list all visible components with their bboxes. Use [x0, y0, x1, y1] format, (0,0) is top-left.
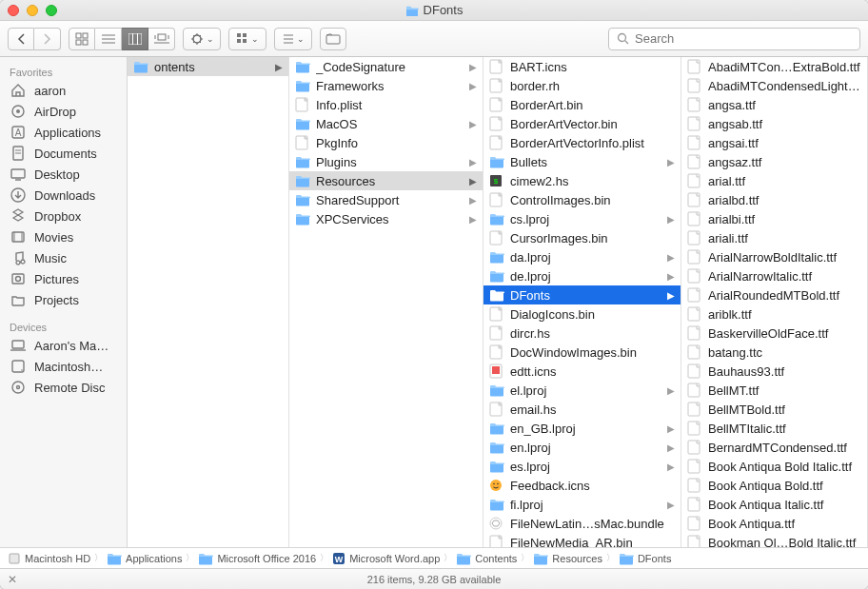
- sidebar-item-dropbox[interactable]: Dropbox: [0, 206, 127, 226]
- file-item[interactable]: Frameworks▶: [289, 76, 483, 95]
- tags-button[interactable]: [320, 28, 346, 50]
- file-item[interactable]: FileNewLatin…sMac.bundle: [483, 514, 681, 533]
- file-item[interactable]: CursorImages.bin: [483, 228, 681, 247]
- file-item[interactable]: fi.lproj▶: [483, 495, 681, 514]
- file-item[interactable]: BorderArt.bin: [483, 95, 681, 114]
- file-item[interactable]: Book Antiqua Italic.ttf: [681, 495, 867, 514]
- file-item[interactable]: AbadiMTCondensedLight.ttf: [681, 76, 867, 95]
- file-item[interactable]: SharedSupport▶: [289, 190, 483, 209]
- file-item[interactable]: angsaz.ttf: [681, 152, 867, 171]
- path-segment[interactable]: Resources: [533, 552, 602, 565]
- file-item[interactable]: ArialRoundedMTBold.ttf: [681, 285, 867, 304]
- column-3[interactable]: AbadiMTCon…ExtraBold.ttfAbadiMTCondensed…: [681, 57, 868, 547]
- file-item[interactable]: FileNewMedia_AR.bin: [483, 533, 681, 547]
- path-segment[interactable]: DFonts: [619, 552, 671, 565]
- share-button[interactable]: ⌄: [274, 28, 312, 50]
- file-item[interactable]: angsab.ttf: [681, 114, 867, 133]
- file-item[interactable]: ArialNarrowBoldItalic.ttf: [681, 247, 867, 266]
- file-item[interactable]: BernardMTCondensed.ttf: [681, 438, 867, 457]
- sidebar-item-downloads[interactable]: Downloads: [0, 185, 127, 206]
- file-item[interactable]: angsai.ttf: [681, 133, 867, 152]
- arrange-button[interactable]: ⌄: [228, 28, 266, 50]
- file-item[interactable]: Feedback.icns: [483, 476, 681, 495]
- sidebar-device-remote-disc[interactable]: Remote Disc: [0, 377, 127, 398]
- sidebar-item-movies[interactable]: Movies: [0, 226, 127, 247]
- file-item[interactable]: arialbd.ttf: [681, 190, 867, 209]
- file-item[interactable]: ControlImages.bin: [483, 190, 681, 209]
- path-segment[interactable]: Applications: [107, 552, 182, 565]
- file-item[interactable]: BellMTBold.ttf: [681, 400, 867, 419]
- file-item[interactable]: dircr.hs: [483, 324, 681, 343]
- file-item[interactable]: ariblk.ttf: [681, 304, 867, 324]
- file-item[interactable]: BaskervilleOldFace.ttf: [681, 324, 867, 343]
- sidebar-item-desktop[interactable]: Desktop: [0, 164, 127, 185]
- search-input[interactable]: [635, 31, 852, 46]
- icon-view-button[interactable]: [69, 28, 95, 50]
- file-item[interactable]: Plugins▶: [289, 152, 483, 171]
- file-item[interactable]: BellMTItalic.ttf: [681, 419, 867, 438]
- path-segment[interactable]: Contents: [456, 552, 517, 565]
- file-item[interactable]: _CodeSignature▶: [289, 57, 483, 76]
- file-item[interactable]: Bullets▶: [483, 152, 681, 171]
- sidebar-item-documents[interactable]: Documents: [0, 143, 127, 164]
- file-item[interactable]: Resources▶: [289, 171, 483, 190]
- file-item[interactable]: en.lproj▶: [483, 438, 681, 457]
- file-item[interactable]: ontents▶: [128, 57, 288, 76]
- file-item[interactable]: MacOS▶: [289, 114, 483, 133]
- search-field[interactable]: [608, 28, 860, 50]
- path-segment[interactable]: Microsoft Office 2016: [198, 552, 316, 565]
- sidebar-device-aaron-s-ma-[interactable]: Aaron's Ma…: [0, 335, 127, 356]
- file-item[interactable]: Info.plist: [289, 95, 483, 114]
- file-item[interactable]: arialbi.ttf: [681, 209, 867, 228]
- column-0[interactable]: ontents▶: [128, 57, 289, 547]
- quicklook-icon[interactable]: ✕: [8, 573, 17, 586]
- list-view-button[interactable]: [95, 28, 122, 50]
- forward-button[interactable]: [34, 28, 61, 50]
- file-item[interactable]: de.lproj▶: [483, 266, 681, 285]
- action-button[interactable]: ⌄: [183, 28, 221, 50]
- file-item[interactable]: Bookman Ol…Bold Italic.ttf: [681, 533, 867, 547]
- column-view-button[interactable]: [122, 28, 148, 50]
- sidebar-item-aaron[interactable]: aaron: [0, 80, 127, 101]
- path-segment[interactable]: Macintosh HD: [8, 552, 90, 565]
- file-item[interactable]: da.lproj▶: [483, 247, 681, 266]
- file-item[interactable]: Book Antiqua Bold.ttf: [681, 476, 867, 495]
- coverflow-view-button[interactable]: [148, 28, 175, 50]
- file-item[interactable]: $cimew2.hs: [483, 171, 681, 190]
- sidebar-device-macintosh-[interactable]: Macintosh…: [0, 356, 127, 377]
- file-item[interactable]: border.rh: [483, 76, 681, 95]
- file-item[interactable]: email.hs: [483, 400, 681, 419]
- file-item[interactable]: el.lproj▶: [483, 381, 681, 400]
- file-item[interactable]: DocWindowImages.bin: [483, 343, 681, 362]
- file-item[interactable]: arial.ttf: [681, 171, 867, 190]
- sidebar-item-airdrop[interactable]: AirDrop: [0, 101, 127, 122]
- file-item[interactable]: edtt.icns: [483, 362, 681, 381]
- file-item[interactable]: BorderArtVectorInfo.plist: [483, 133, 681, 152]
- file-item[interactable]: en_GB.lproj▶: [483, 419, 681, 438]
- sidebar-item-pictures[interactable]: Pictures: [0, 268, 127, 289]
- file-item[interactable]: DialogIcons.bin: [483, 304, 681, 324]
- file-item[interactable]: Book Antiqua Bold Italic.ttf: [681, 457, 867, 476]
- sidebar-item-applications[interactable]: AApplications: [0, 122, 127, 143]
- file-item[interactable]: es.lproj▶: [483, 457, 681, 476]
- file-item[interactable]: PkgInfo: [289, 133, 483, 152]
- sidebar-item-music[interactable]: Music: [0, 247, 127, 268]
- file-item[interactable]: angsa.ttf: [681, 95, 867, 114]
- file-item[interactable]: XPCServices▶: [289, 209, 483, 228]
- column-1[interactable]: _CodeSignature▶Frameworks▶Info.plistMacO…: [289, 57, 483, 547]
- file-item[interactable]: BorderArtVector.bin: [483, 114, 681, 133]
- file-item[interactable]: ArialNarrowItalic.ttf: [681, 266, 867, 285]
- back-button[interactable]: [8, 28, 34, 50]
- file-item[interactable]: Bauhaus93.ttf: [681, 362, 867, 381]
- file-item[interactable]: AbadiMTCon…ExtraBold.ttf: [681, 57, 867, 76]
- file-item[interactable]: BART.icns: [483, 57, 681, 76]
- file-item[interactable]: cs.lproj▶: [483, 209, 681, 228]
- sidebar-item-projects[interactable]: Projects: [0, 289, 127, 310]
- file-item[interactable]: ariali.ttf: [681, 228, 867, 247]
- file-item[interactable]: batang.ttc: [681, 343, 867, 362]
- file-item[interactable]: BellMT.ttf: [681, 381, 867, 400]
- path-segment[interactable]: WMicrosoft Word.app: [332, 552, 440, 565]
- file-item[interactable]: DFonts▶: [483, 285, 681, 304]
- file-item[interactable]: Book Antiqua.ttf: [681, 514, 867, 533]
- column-2[interactable]: BART.icnsborder.rhBorderArt.binBorderArt…: [483, 57, 681, 547]
